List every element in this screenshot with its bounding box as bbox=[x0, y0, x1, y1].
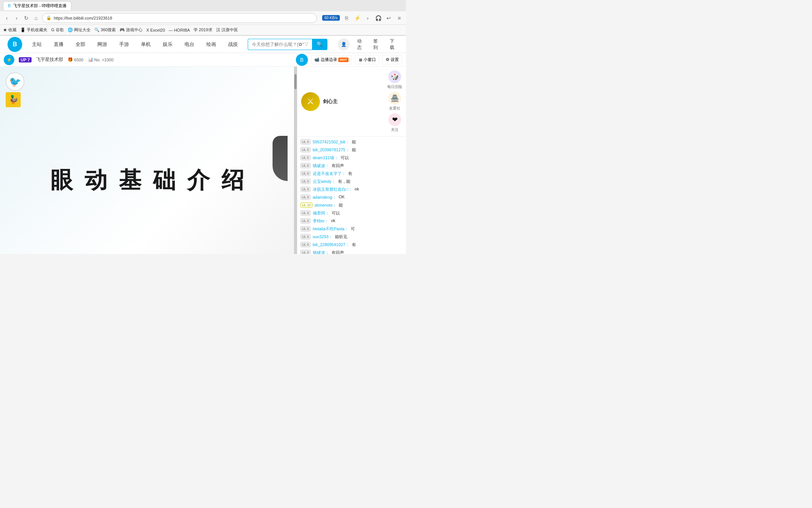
undo-button[interactable]: ↩ bbox=[385, 14, 392, 22]
chat-username: adamdeng： bbox=[313, 195, 336, 200]
ul-badge: UL 0 bbox=[300, 234, 311, 239]
heart-icon: ❤ bbox=[388, 113, 401, 126]
stream-main-text: 眼 动 基 础 介 绍 bbox=[50, 165, 247, 196]
action-download[interactable]: 下载 bbox=[390, 38, 398, 51]
ul-badge: UL 0 bbox=[300, 163, 311, 168]
streamer-name: 剑心主 bbox=[323, 98, 384, 105]
user-avatar[interactable]: 👤 bbox=[338, 38, 350, 50]
more-button[interactable]: › bbox=[364, 14, 371, 22]
bookmark-game[interactable]: 🎮 游戏中心 bbox=[120, 27, 142, 33]
mini-window-button[interactable]: 🖥 小窗口 bbox=[355, 55, 379, 64]
chat-message-0: UL 0 59537421502_bili： 能 bbox=[297, 138, 406, 146]
chat-username: Hetalia不吃Pasta： bbox=[313, 226, 348, 232]
chat-messages: UL 0 59537421502_bili： 能 UL 0 bili_20398… bbox=[297, 137, 406, 254]
streamer-name-area: 剑心主 bbox=[323, 98, 384, 105]
share-button[interactable]: ⎘ bbox=[343, 14, 350, 22]
bookmark-phone[interactable]: 📱 手机收藏夹 bbox=[20, 27, 47, 33]
chat-username: 李特er： bbox=[313, 218, 329, 224]
daily-adventure-button[interactable]: 🎲 每日历险 bbox=[387, 70, 402, 90]
bilibili-header: B 主站 直播 全部 网游 手游 单机 娱乐 电台 绘画 战疫 🔍 👤 动态 签… bbox=[0, 36, 406, 53]
menu-button[interactable]: ≡ bbox=[395, 14, 403, 22]
up-badge: UP 7 bbox=[19, 57, 32, 62]
nav-live[interactable]: 直播 bbox=[52, 40, 66, 49]
bookmark-360[interactable]: 🔍 360搜索 bbox=[94, 27, 116, 33]
nav-all[interactable]: 全部 bbox=[73, 40, 88, 49]
bookmark-shoucang[interactable]: ★ 收藏 bbox=[3, 27, 17, 33]
chat-username: 冰肌玉骨唇红齿白□： bbox=[313, 187, 353, 192]
channel-avatar[interactable]: ⚡ bbox=[4, 55, 14, 65]
ul-badge: UL 0 bbox=[300, 147, 311, 152]
channel-name: 飞宇星技术部 bbox=[36, 56, 63, 63]
bookmark-wangzhi[interactable]: 🌐 网址大全 bbox=[68, 27, 91, 33]
chat-message-7: UL 0 adamdeng： OK bbox=[297, 193, 406, 201]
nav-mobile-game[interactable]: 手游 bbox=[117, 40, 131, 49]
nav-main[interactable]: 主站 bbox=[30, 40, 44, 49]
chat-text: 有，能 bbox=[338, 179, 403, 184]
active-tab[interactable]: B 飞宇星技术部 - 哔哩哔哩直播 bbox=[3, 1, 71, 10]
action-updates[interactable]: 动态 bbox=[357, 38, 366, 51]
back-button[interactable]: ‹ bbox=[3, 14, 11, 22]
ul-badge: UL 0 bbox=[300, 195, 311, 200]
search-input[interactable] bbox=[248, 39, 312, 50]
chat-message-4: UL 0 还是不改名字了： 有 bbox=[297, 170, 406, 178]
chat-message-10: UL 0 李特er： ok bbox=[297, 217, 406, 225]
ul-badge: UL 0 bbox=[300, 171, 311, 176]
bookmark-excel[interactable]: X Excel20 bbox=[146, 28, 165, 32]
stream-container: 🐦 🦆 眼 动 基 础 介 绍 FiStar bbox=[0, 67, 297, 254]
nav-single[interactable]: 单机 bbox=[139, 40, 153, 49]
friend-club-button[interactable]: 🏯 友爱社 bbox=[388, 92, 401, 111]
chat-text: 可 bbox=[351, 226, 403, 232]
chat-text: 能 bbox=[352, 139, 403, 145]
bookmark-2019[interactable]: 学 2019求 bbox=[194, 27, 212, 33]
main-area: 🐦 🦆 眼 动 基 础 介 绍 FiStar bbox=[0, 67, 406, 254]
browser-actions: 60 KB/s ⎘ ⚡ › 🎧 ↩ ≡ bbox=[322, 14, 403, 22]
nav-radio[interactable]: 电台 bbox=[182, 40, 197, 49]
forward-button[interactable]: › bbox=[13, 14, 20, 22]
tab-bar: B 飞宇星技术部 - 哔哩哔哩直播 bbox=[0, 0, 406, 11]
refresh-button[interactable]: ↻ bbox=[23, 14, 30, 22]
ul-badge: UL 0 bbox=[300, 218, 311, 224]
bookmark-horiba[interactable]: — HORIBA bbox=[169, 28, 190, 32]
ul-badge: UL 0 bbox=[300, 187, 311, 192]
chat-text: ok bbox=[331, 218, 403, 223]
settings-button[interactable]: ⚙ 设置 bbox=[382, 55, 402, 64]
browser-chrome: B 飞宇星技术部 - 哔哩哔哩直播 ‹ › ↻ ⌂ 🔒 https://live… bbox=[0, 0, 406, 36]
search-button[interactable]: 🔍 bbox=[312, 39, 327, 50]
chat-message-1: UL 0 bili_20398781275： 能 bbox=[297, 146, 406, 154]
chat-text: 可以 bbox=[341, 155, 403, 161]
chat-message-9: UL 0 储君阿： 可以 bbox=[297, 209, 406, 217]
chat-text: 可以 bbox=[332, 210, 403, 216]
chat-username: bili_20398781275： bbox=[313, 147, 350, 153]
bookmarks-bar: ★ 收藏 📱 手机收藏夹 G 谷歌 🌐 网址大全 🔍 360搜索 🎮 游戏中心 … bbox=[0, 25, 406, 35]
stream-video: 🐦 🦆 眼 动 基 础 介 绍 FiStar bbox=[0, 67, 297, 254]
url-input[interactable]: 🔒 https://live.bilibili.com/21923618 bbox=[42, 13, 317, 23]
nav-epidemic[interactable]: 战疫 bbox=[226, 40, 240, 49]
chat-message-12: UL 0 sun3293： 能听见 bbox=[297, 233, 406, 241]
home-button[interactable]: ⌂ bbox=[32, 14, 40, 22]
lightning-button[interactable]: ⚡ bbox=[353, 14, 361, 22]
chat-text: 有回声 bbox=[332, 250, 403, 254]
bilibili-logo[interactable]: B bbox=[8, 37, 22, 52]
headphone-button[interactable]: 🎧 bbox=[374, 14, 382, 22]
extension-button[interactable]: 60 KB/s bbox=[322, 15, 340, 21]
ul-badge: UL 0 bbox=[300, 139, 311, 144]
chat-message-5: UL 0 云宝windy： 有，能 bbox=[297, 178, 406, 186]
nav-entertainment[interactable]: 娱乐 bbox=[161, 40, 175, 49]
bili-live-icon: B bbox=[296, 54, 308, 66]
chat-username: deam111喵： bbox=[313, 155, 338, 161]
nav-pc-game[interactable]: 网游 bbox=[95, 40, 109, 49]
action-signin[interactable]: 签到 bbox=[373, 38, 382, 51]
bookmark-google[interactable]: G 谷歌 bbox=[51, 27, 64, 33]
castle-icon: 🏯 bbox=[388, 92, 401, 105]
chat-username: 59537421502_bili： bbox=[313, 139, 350, 145]
chat-text: 有 bbox=[352, 242, 403, 248]
chat-text: 能 bbox=[339, 202, 403, 208]
nav-painting[interactable]: 绘画 bbox=[204, 40, 218, 49]
ul-badge: UL 0 bbox=[300, 210, 311, 216]
sidebar-record-button[interactable]: 📹 边播边录 HOT bbox=[311, 55, 352, 64]
follow-label: 关注 bbox=[391, 127, 398, 132]
chat-sidebar: ⚔ 剑心主 🎲 每日历险 🏯 友爱社 ❤ 关注 bbox=[297, 67, 406, 254]
stream-scrollbar[interactable] bbox=[294, 67, 297, 254]
follow-button[interactable]: ❤ 关注 bbox=[388, 113, 401, 132]
bookmark-hantang[interactable]: 汉 汉唐中医 bbox=[216, 27, 238, 33]
